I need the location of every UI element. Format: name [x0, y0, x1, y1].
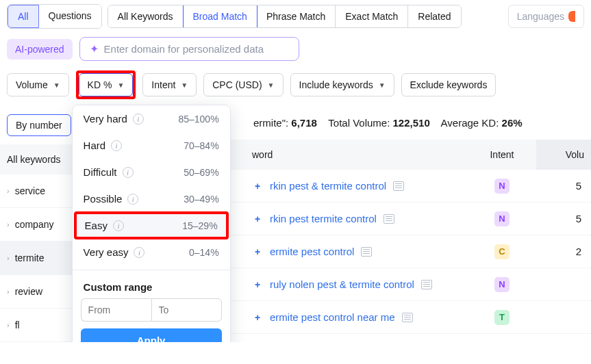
- kd-item-range: 50–69%: [184, 167, 218, 178]
- info-icon: i: [127, 194, 138, 205]
- info-icon: i: [113, 220, 124, 231]
- sidebar-item-company[interactable]: ›company: [0, 208, 82, 242]
- kd-from-input[interactable]: [81, 298, 151, 322]
- tab-group-match: All Keywords Broad Match Phrase Match Ex…: [108, 5, 462, 28]
- volume-filter[interactable]: Volume ▼: [7, 73, 69, 96]
- keyword-link[interactable]: ermite pest control: [270, 246, 354, 257]
- tab-all[interactable]: All: [8, 5, 39, 28]
- stats-summary: ermite": 6,718 Total Volume: 122,510 Ave…: [247, 106, 591, 140]
- domain-input[interactable]: [104, 43, 289, 55]
- kd-to-input[interactable]: [151, 298, 222, 322]
- include-keywords-filter[interactable]: Include keywords ▼: [290, 73, 394, 96]
- info-icon: i: [123, 167, 134, 178]
- keyword-link[interactable]: rkin pest & termite control: [270, 180, 386, 192]
- tab-related[interactable]: Related: [408, 5, 460, 27]
- serp-icon[interactable]: [402, 313, 413, 322]
- plus-icon[interactable]: +: [252, 213, 263, 224]
- kd-filter-highlight: KD % ▼: [76, 70, 136, 99]
- kd-filter[interactable]: KD % ▼: [79, 73, 134, 96]
- kd-filter-label: KD %: [88, 79, 112, 90]
- tab-exact-match[interactable]: Exact Match: [336, 5, 408, 27]
- sidebar-item-termite[interactable]: ›termite: [0, 242, 82, 275]
- kd-item-possible[interactable]: Possiblei 30–49%: [73, 185, 230, 212]
- chevron-down-icon: ▼: [53, 81, 60, 89]
- all-keywords-header: All keywords: [0, 144, 82, 174]
- volume-filter-label: Volume: [16, 79, 48, 90]
- sidebar-item-review[interactable]: ›review: [0, 275, 82, 309]
- tab-all-keywords[interactable]: All Keywords: [108, 5, 184, 27]
- include-filter-label: Include keywords: [299, 79, 373, 90]
- col-intent[interactable]: Intent: [468, 140, 536, 170]
- kd-item-hard[interactable]: Hardi 70–84%: [73, 132, 230, 159]
- keyword-link[interactable]: ermite pest control near me: [270, 311, 395, 323]
- sidebar-item-label: fl: [15, 320, 20, 330]
- chevron-right-icon: ›: [7, 220, 10, 229]
- volume-value: 5: [536, 213, 591, 224]
- kd-item-range: 0–14%: [189, 247, 219, 258]
- kd-item-label: Possible: [84, 193, 123, 205]
- kd-item-range: 70–84%: [184, 140, 218, 151]
- sparkle-icon: ✦: [90, 42, 99, 55]
- languages-button[interactable]: Languages: [508, 5, 584, 28]
- tab-questions[interactable]: Questions: [39, 5, 101, 28]
- intent-badge: T: [494, 310, 510, 325]
- plus-icon[interactable]: +: [252, 312, 263, 323]
- sidebar-item-label: termite: [15, 252, 45, 263]
- sidebar-item-label: company: [15, 219, 54, 230]
- kd-item-range: 15–29%: [182, 220, 217, 231]
- by-number-label: By number: [16, 120, 62, 131]
- info-icon: i: [134, 247, 144, 258]
- divider: [73, 270, 230, 270]
- custom-range-label: Custom range: [73, 274, 230, 298]
- kd-item-range: 85–100%: [178, 114, 218, 125]
- kd-dropdown: Very hardi 85–100% Hardi 70–84% Difficul…: [72, 105, 231, 342]
- intent-filter[interactable]: Intent ▼: [142, 73, 197, 96]
- col-volume[interactable]: Volu: [536, 140, 591, 170]
- intent-filter-label: Intent: [151, 79, 175, 90]
- exclude-keywords-filter[interactable]: Exclude keywords: [401, 73, 496, 96]
- chevron-right-icon: ›: [7, 254, 10, 262]
- sidebar-item-fl[interactable]: ›fl: [0, 309, 82, 342]
- plus-icon[interactable]: +: [252, 246, 263, 257]
- exclude-filter-label: Exclude keywords: [410, 79, 488, 90]
- kd-item-very-easy[interactable]: Very easyi 0–14%: [73, 239, 230, 265]
- chevron-down-icon: ▼: [379, 81, 386, 89]
- kd-item-label: Difficult: [84, 166, 117, 178]
- info-icon: i: [133, 114, 144, 125]
- chevron-right-icon: ›: [7, 287, 10, 296]
- keyword-link[interactable]: rkin pest termite control: [270, 213, 377, 224]
- info-icon: i: [111, 140, 122, 151]
- serp-icon[interactable]: [383, 214, 394, 224]
- intent-badge: N: [494, 211, 510, 226]
- sidebar-item-service[interactable]: ›service: [0, 174, 82, 208]
- kd-item-very-hard[interactable]: Very hardi 85–100%: [73, 105, 230, 132]
- sidebar-item-label: review: [15, 286, 42, 297]
- ai-powered-badge: AI-powered: [7, 39, 73, 60]
- tab-phrase-match[interactable]: Phrase Match: [257, 5, 336, 27]
- intent-badge: N: [494, 179, 510, 194]
- tab-broad-match[interactable]: Broad Match: [183, 5, 257, 28]
- chevron-down-icon: ▼: [117, 81, 124, 89]
- kd-item-easy[interactable]: Easyi 15–29%: [74, 211, 229, 239]
- chevron-right-icon: ›: [7, 187, 10, 195]
- cpc-filter-label: CPC (USD): [212, 79, 262, 90]
- kd-item-label: Hard: [84, 140, 106, 151]
- kd-item-label: Easy: [85, 220, 108, 231]
- intent-badge: N: [494, 277, 510, 292]
- kd-apply-button[interactable]: Apply: [81, 328, 222, 342]
- sidebar-item-label: service: [15, 185, 45, 196]
- plus-icon[interactable]: +: [252, 181, 263, 192]
- cpc-filter[interactable]: CPC (USD) ▼: [203, 73, 283, 96]
- serp-icon[interactable]: [421, 280, 432, 289]
- volume-value: 2: [536, 246, 591, 257]
- by-number-toggle[interactable]: By number: [7, 114, 71, 136]
- kd-item-difficult[interactable]: Difficulti 50–69%: [73, 159, 230, 185]
- serp-icon[interactable]: [393, 181, 404, 191]
- chevron-down-icon: ▼: [268, 81, 275, 89]
- domain-input-wrap[interactable]: ✦: [79, 37, 299, 61]
- keyword-link[interactable]: ruly nolen pest & termite control: [270, 278, 414, 290]
- serp-icon[interactable]: [361, 247, 372, 257]
- plus-icon[interactable]: +: [252, 279, 263, 290]
- kd-item-label: Very hard: [84, 113, 127, 125]
- kd-item-label: Very easy: [84, 246, 129, 258]
